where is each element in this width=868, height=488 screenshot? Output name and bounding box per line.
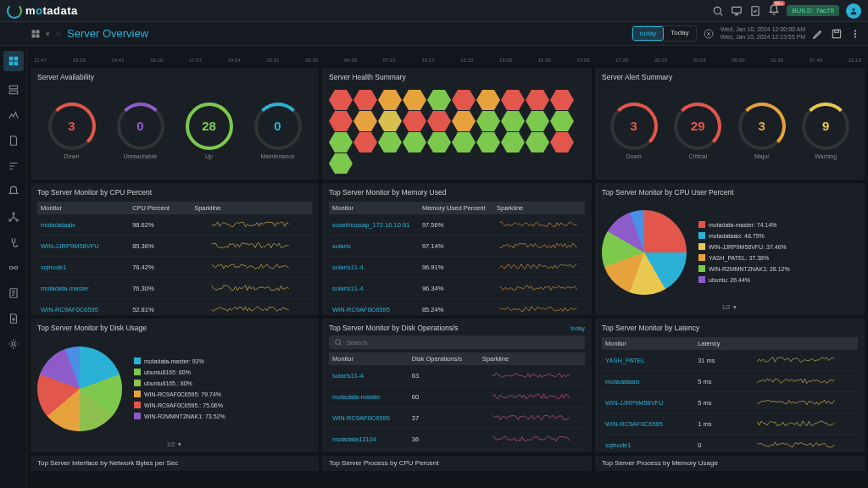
chevron-down-icon[interactable]: ▾ [46,30,50,38]
edit-icon[interactable] [812,28,824,40]
health-hex[interactable] [403,111,426,131]
monitor-link[interactable]: YASH_PATEL [602,350,694,371]
clipboard-check-icon[interactable] [749,5,761,17]
sidebar-item-clipboard[interactable] [7,286,20,300]
health-hex[interactable] [526,132,549,152]
table-row[interactable]: solaris11-4.63 [329,365,585,386]
health-hex[interactable] [452,132,476,152]
table-row[interactable]: WIN-JJRP9M58VFU5 ms [602,392,858,413]
user-avatar[interactable] [846,3,861,19]
table-row[interactable]: solaris97.14% [329,236,585,257]
table-row[interactable]: WIN-JJRP9M58VFU85.36% [37,236,312,257]
table-row[interactable]: solaris11-4.96.91% [329,257,585,278]
legend-item[interactable]: WIN-R2MMNT2NAK1: 73.52% [134,413,225,419]
notifications-icon[interactable] [768,4,780,18]
legend-item[interactable]: WIN-R2MMNT2NAK1: 28.12% [698,265,790,272]
table-row[interactable]: motadataaix98.62% [37,214,312,236]
table-row[interactable]: WIN-RC9AF0C65951 ms [602,413,858,435]
health-hex[interactable] [476,111,500,131]
table-row[interactable]: WIN-RC9AF0C659585.24% [329,299,585,316]
health-hex[interactable] [353,132,377,152]
sidebar-item-settings[interactable] [7,337,20,351]
health-hex[interactable] [550,90,574,110]
monitor-link[interactable]: WIN-RC9AF0C6595 [602,413,694,435]
more-icon[interactable] [849,28,861,40]
monitor-link[interactable]: WIN-JJRP9M58VFU [602,392,694,413]
sidebar-item-automation[interactable] [7,261,20,274]
health-hex[interactable] [427,90,451,110]
sidebar-item-alerts[interactable] [7,185,20,198]
health-hex[interactable] [403,90,426,110]
health-hex[interactable] [403,132,426,152]
table-row[interactable]: WIN-RC9AF0C659552.81% [37,299,312,316]
legend-item[interactable]: YASH_PATEL: 37.38% [698,254,790,261]
time-pill-today-active[interactable]: today [632,26,665,41]
table-row[interactable]: sqlnode178.42% [37,257,312,278]
monitor-link[interactable]: WIN-JJRP9M58VFU [37,236,129,257]
legend-item[interactable]: WIN-JJRP9M58VFU: 37.46% [698,243,790,250]
monitor-link[interactable]: WIN-RC9AF0C6595 [329,408,409,429]
logo[interactable]: motadata [7,3,78,19]
sidebar-item-topology[interactable] [7,210,20,224]
health-hex[interactable] [526,111,549,131]
table-row[interactable]: WIN-RC9AF0C659537 [329,408,585,429]
table-row[interactable]: suselinussap_172.16.10.8197.56% [329,214,585,236]
legend-item[interactable]: ubuntu: 26.44% [698,276,790,283]
table-row[interactable]: motadata-master76.30% [37,278,312,299]
gauge[interactable]: 0Maintenance [254,103,302,159]
search-icon[interactable] [712,5,724,17]
monitor-link[interactable]: solaris11-4. [329,257,419,278]
gauge[interactable]: 3Down [610,103,658,159]
monitor-link[interactable]: solaris11-4. [329,365,409,386]
health-hex[interactable] [476,132,500,152]
legend-item[interactable]: WIN-RC9AF0C6595: 79.74% [134,391,225,397]
health-hex[interactable] [501,111,525,131]
legend-item[interactable]: ubuntu8165.: 80% [134,380,225,386]
gauge[interactable]: 3Down [48,103,96,159]
monitor-link[interactable]: solaris11-4 [329,278,419,299]
sidebar-item-flows[interactable] [7,159,20,173]
table-row[interactable]: motadata-master60 [329,386,585,408]
table-row[interactable]: solaris11-496.34% [329,278,585,299]
health-hex[interactable] [378,90,402,110]
health-hex[interactable] [550,132,574,152]
health-hex[interactable] [476,90,500,110]
table-row[interactable]: motadata1210436 [329,429,585,450]
legend-item[interactable]: motadata-master: 92% [134,358,225,364]
monitor-link[interactable]: motadata-master [37,278,129,299]
monitor-link[interactable]: motadataaix [602,371,694,392]
gauge[interactable]: 29Critical [674,103,721,159]
health-hex[interactable] [452,90,476,110]
sidebar-item-export[interactable] [7,312,20,325]
health-hex[interactable] [427,111,451,131]
gauge[interactable]: 28Up [186,103,233,159]
health-hex[interactable] [526,90,549,110]
search-input[interactable] [346,339,580,347]
table-row[interactable]: motadataaix5 ms [602,371,858,392]
monitor-link[interactable]: WIN-RC9AF0C6595 [37,299,129,316]
table-row[interactable]: sqlnode10 [602,435,858,453]
gauge[interactable]: 9Warning [802,103,849,159]
sidebar-item-docs[interactable] [7,134,20,147]
sidebar-item-servers[interactable] [7,83,20,97]
sidebar-item-diagnose[interactable] [7,236,20,249]
close-icon[interactable] [704,29,714,39]
monitor-link[interactable]: sqlnode1 [37,257,129,278]
save-icon[interactable] [831,28,843,40]
monitor-link[interactable]: motadata-master [329,386,409,408]
health-hex[interactable] [329,132,353,152]
pager[interactable]: 1/2 ▼ [37,441,312,447]
health-hex[interactable] [452,111,476,131]
monitor-link[interactable]: suselinussap_172.16.10.81 [329,214,419,236]
health-hex[interactable] [427,132,451,152]
health-hex[interactable] [378,111,402,131]
gauge[interactable]: 0Unreachable [117,103,164,159]
monitor-link[interactable]: motadataaix [37,214,129,236]
table-row[interactable]: YASH_PATEL31 ms [602,350,858,371]
health-hex[interactable] [353,111,377,131]
star-icon[interactable]: ☆ [55,30,62,38]
monitor-link[interactable]: sqlnode1 [602,435,694,453]
grid-icon[interactable] [31,29,41,39]
legend-item[interactable]: motadata-master: 74.14% [698,221,790,228]
monitor-link[interactable]: motadata12104 [329,429,409,450]
